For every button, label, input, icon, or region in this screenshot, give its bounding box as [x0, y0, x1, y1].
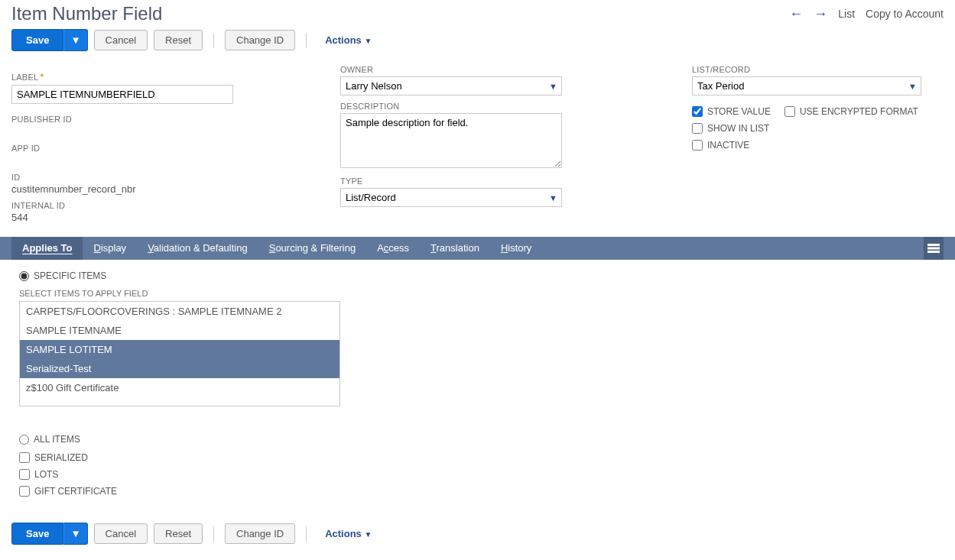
store-value-label: STORE VALUE — [707, 106, 771, 117]
all-items-radio[interactable] — [19, 435, 29, 445]
list-link[interactable]: List — [838, 8, 855, 20]
list-record-select[interactable]: Tax Period — [692, 76, 921, 95]
serialized-checkbox[interactable] — [19, 452, 30, 463]
tab-history[interactable]: History — [490, 237, 542, 260]
multiselect-option[interactable]: SAMPLE ITEMNAME — [20, 321, 339, 340]
caret-down-icon: ▼ — [364, 37, 372, 45]
save-dropdown-button-bottom[interactable]: ▼ — [63, 523, 87, 545]
top-nav: ← → List Copy to Account — [789, 6, 944, 22]
items-multiselect[interactable]: CARPETS/FLOORCOVERINGS : SAMPLE ITEMNAME… — [19, 301, 340, 406]
encrypted-label: USE ENCRYPTED FORMAT — [800, 106, 918, 117]
tab-sourcing[interactable]: Sourcing & Filtering — [258, 237, 366, 260]
cancel-button[interactable]: Cancel — [94, 30, 148, 50]
divider — [213, 526, 214, 542]
page-title: Item Number Field — [11, 3, 162, 24]
divider — [213, 33, 214, 48]
inactive-checkbox[interactable] — [692, 140, 703, 151]
multiselect-option[interactable]: CARPETS/FLOORCOVERINGS : SAMPLE ITEMNAME… — [20, 302, 339, 321]
show-in-list-checkbox[interactable] — [692, 123, 703, 134]
list-record-label: LIST/RECORD — [692, 65, 921, 74]
tab-layout-icon[interactable] — [924, 237, 944, 260]
tab-applies-to[interactable]: Applies To — [11, 237, 83, 260]
tab-bar: Applies To Display Validation & Defaulti… — [0, 237, 955, 260]
save-button[interactable]: Save — [11, 29, 63, 51]
multiselect-option[interactable]: z$100 Gift Certificate — [20, 378, 339, 397]
reset-button-bottom[interactable]: Reset — [154, 523, 203, 544]
multiselect-option[interactable]: Serialized-Test — [20, 359, 339, 378]
bottom-button-row: Save ▼ Cancel Reset Change ID Actions ▼ — [11, 523, 944, 545]
caret-down-icon: ▼ — [364, 530, 372, 539]
id-label: ID — [11, 173, 233, 182]
tab-access[interactable]: Access — [366, 237, 420, 260]
reset-button[interactable]: Reset — [154, 30, 203, 50]
gift-certificate-checkbox[interactable] — [19, 486, 30, 497]
save-button-bottom[interactable]: Save — [11, 523, 63, 545]
type-label: TYPE — [340, 176, 562, 186]
inactive-label: INACTIVE — [707, 140, 749, 151]
encrypted-checkbox[interactable] — [784, 106, 795, 117]
type-select[interactable]: List/Record — [340, 188, 562, 207]
svg-rect-1 — [927, 248, 940, 250]
label-field-label: LABEL* — [11, 71, 233, 83]
actions-menu[interactable]: Actions ▼ — [317, 34, 372, 46]
change-id-button-bottom[interactable]: Change ID — [225, 523, 295, 544]
internal-id-value: 544 — [11, 212, 233, 223]
description-label: DESCRIPTION — [340, 102, 562, 111]
change-id-button[interactable]: Change ID — [225, 30, 295, 50]
show-in-list-label: SHOW IN LIST — [707, 123, 769, 134]
store-value-checkbox[interactable] — [692, 106, 703, 117]
owner-select[interactable]: Larry Nelson — [340, 76, 562, 95]
actions-menu-bottom[interactable]: Actions ▼ — [317, 528, 372, 539]
publisher-id-label: PUBLISHER ID — [11, 115, 233, 124]
specific-items-label: SPECIFIC ITEMS — [34, 270, 106, 281]
owner-label: OWNER — [340, 65, 562, 74]
tab-validation[interactable]: Validation & Defaulting — [137, 237, 258, 260]
svg-rect-0 — [927, 244, 940, 246]
divider — [306, 526, 307, 542]
forward-arrow-icon[interactable]: → — [814, 6, 827, 22]
divider — [306, 33, 307, 48]
save-dropdown-button[interactable]: ▼ — [63, 29, 87, 51]
cancel-button-bottom[interactable]: Cancel — [94, 523, 148, 544]
app-id-label: APP ID — [11, 144, 233, 153]
multiselect-option[interactable]: SAMPLE LOTITEM — [20, 340, 339, 359]
specific-items-radio[interactable] — [19, 271, 29, 281]
serialized-label: SERIALIZED — [34, 452, 88, 463]
top-button-row: Save ▼ Cancel Reset Change ID Actions ▼ — [11, 29, 944, 51]
svg-rect-2 — [927, 251, 940, 253]
back-arrow-icon[interactable]: ← — [789, 6, 803, 22]
all-items-label: ALL ITEMS — [34, 434, 80, 445]
lots-label: LOTS — [34, 469, 58, 480]
id-value: custitemnumber_record_nbr — [11, 183, 233, 195]
select-items-label: SELECT ITEMS TO APPLY FIELD — [19, 289, 936, 298]
lots-checkbox[interactable] — [19, 469, 30, 480]
description-textarea[interactable]: Sample description for field. — [340, 113, 562, 168]
tab-display[interactable]: Display — [83, 237, 137, 260]
gift-certificate-label: GIFT CERTIFICATE — [34, 486, 117, 497]
label-input[interactable] — [11, 85, 233, 104]
tab-translation[interactable]: Translation — [420, 237, 490, 260]
copy-to-account-link[interactable]: Copy to Account — [866, 8, 944, 20]
internal-id-label: INTERNAL ID — [11, 201, 233, 210]
